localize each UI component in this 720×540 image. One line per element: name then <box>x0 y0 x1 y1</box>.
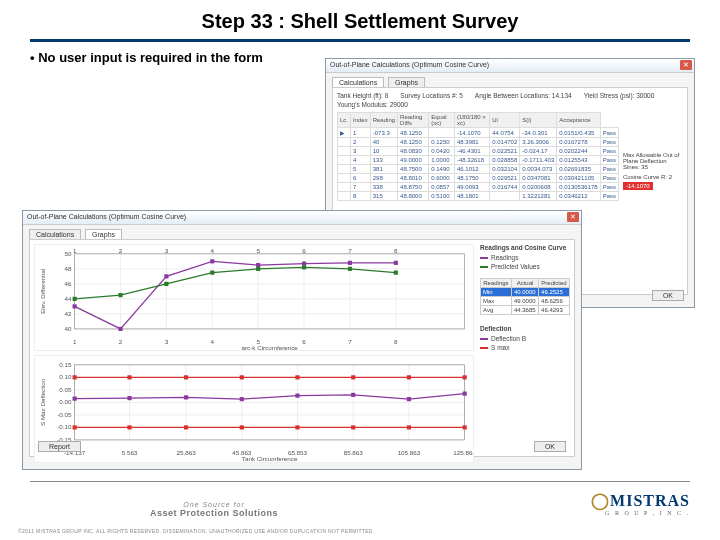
table-cell: Pass <box>600 165 618 174</box>
table-cell: 0.032104 <box>490 165 520 174</box>
svg-rect-100 <box>407 376 411 380</box>
table-cell: 0.0125543 <box>557 156 600 165</box>
table-cell: 0.0347081 <box>520 174 557 183</box>
sum-header: Actual <box>511 279 538 288</box>
table-header: Index <box>351 113 371 128</box>
ok-button[interactable]: OK <box>652 290 684 301</box>
table-cell: 0.0034.073 <box>520 165 557 174</box>
svg-rect-95 <box>127 376 131 380</box>
svg-rect-38 <box>118 327 122 331</box>
svg-rect-101 <box>463 376 467 380</box>
sum-header: Predicted <box>539 279 570 288</box>
table-cell: 381 <box>370 165 397 174</box>
table-cell: 338 <box>370 183 397 192</box>
sum-row[interactable]: Min40.000046.2525 <box>481 288 570 297</box>
table-cell: 0.1250 <box>429 138 455 147</box>
table-row[interactable]: ▶1-073.348.1250-14.107044.0754-34.0.3010… <box>338 128 619 138</box>
table-cell: 44.0754 <box>490 128 520 138</box>
tab-graphs[interactable]: Graphs <box>85 229 122 239</box>
side-warn: -14.1070 <box>623 182 653 190</box>
table-cell: Pass <box>600 147 618 156</box>
svg-rect-107 <box>351 426 355 430</box>
sum-cell: 44.3685 <box>511 306 538 315</box>
table-cell <box>338 192 351 201</box>
svg-rect-90 <box>295 394 299 398</box>
table-cell: 0.0130536178 <box>557 183 600 192</box>
table-cell: -0.024.17 <box>520 147 557 156</box>
table-cell: 48.8010 <box>398 174 429 183</box>
copyright: ©2011 MISTRAS GROUP INC. ALL RIGHTS RESE… <box>18 528 418 534</box>
table-header: Acceptance <box>557 113 600 128</box>
legend-item: S max <box>480 344 570 351</box>
sum-cell: 40.0000 <box>511 288 538 297</box>
table-cell: -34.0.301 <box>520 128 557 138</box>
svg-text:2: 2 <box>119 338 123 345</box>
svg-text:1: 1 <box>73 338 77 345</box>
svg-text:7: 7 <box>348 247 352 254</box>
sum-row[interactable]: Avg44.368546.4293 <box>481 306 570 315</box>
svg-rect-89 <box>240 397 244 401</box>
svg-rect-52 <box>394 271 398 275</box>
dialog-title-text: Out-of-Plane Calculations (Optimum Cosin… <box>330 61 489 68</box>
ok-button[interactable]: OK <box>534 441 566 452</box>
param-modulus: Young's Modulus: 29000 <box>337 101 408 108</box>
dialog-buttons: Report OK <box>38 441 566 452</box>
table-row[interactable]: 31048.08300.0420-46.43010.022521-0.024.1… <box>338 147 619 156</box>
legend-label: Predicted Values <box>491 263 540 270</box>
tab-calculations[interactable]: Calculations <box>29 229 81 239</box>
table-row[interactable]: 413349.00001.0000-48.326180.028858-0.171… <box>338 156 619 165</box>
svg-text:0.10: 0.10 <box>59 374 72 381</box>
param-survey-loc: Survey Locations #: 5 <box>400 92 463 99</box>
svg-text:8: 8 <box>394 247 398 254</box>
table-cell: 0.022521 <box>490 147 520 156</box>
svg-text:48: 48 <box>65 265 72 272</box>
tab-calculations[interactable]: Calculations <box>332 77 384 87</box>
table-cell: Pass <box>600 128 618 138</box>
sum-cell: 46.4293 <box>539 306 570 315</box>
svg-text:1: 1 <box>73 247 77 254</box>
close-icon[interactable]: ✕ <box>680 60 692 70</box>
legend-item: Predicted Values <box>480 263 570 270</box>
table-row[interactable]: 831548.80000.510048.18011.32212810.03462… <box>338 192 619 201</box>
slide-note: • No user input is required in the form <box>30 50 310 67</box>
table-cell: 0.0167278 <box>557 138 600 147</box>
table-row[interactable]: 629848.80100.600048.17500.0295210.034708… <box>338 174 619 183</box>
svg-text:7: 7 <box>348 338 352 345</box>
tagline: One Source for Asset Protection Solution… <box>150 501 278 518</box>
svg-rect-99 <box>351 376 355 380</box>
side-label-1: Max Allowable Out of Plane Deflection Si… <box>623 152 683 170</box>
table-header: (180/180 × xc) <box>454 113 489 128</box>
table-cell: 0.0420 <box>429 147 455 156</box>
table-cell <box>338 147 351 156</box>
svg-text:8: 8 <box>394 338 398 345</box>
svg-rect-49 <box>256 267 260 271</box>
svg-text:6: 6 <box>302 247 306 254</box>
legend-panel: Readings and Cosine Curve Readings Predi… <box>480 244 570 438</box>
slide-title: Step 33 : Shell Settlement Survey <box>0 0 720 39</box>
svg-text:42: 42 <box>65 310 72 317</box>
close-icon[interactable]: ✕ <box>567 212 579 222</box>
svg-rect-45 <box>73 297 77 301</box>
svg-rect-105 <box>240 426 244 430</box>
svg-rect-106 <box>295 426 299 430</box>
svg-rect-48 <box>210 271 214 275</box>
table-row[interactable]: 24048.12500.125048.39810.0147023.26.3006… <box>338 138 619 147</box>
table-row[interactable]: 733848.87500.085749.00930.0167440.020060… <box>338 183 619 192</box>
legend-label: S max <box>491 344 509 351</box>
side-label-2: Cosine Curve R: 2 <box>623 174 683 180</box>
tab-graphs[interactable]: Graphs <box>388 77 425 87</box>
charts-column: 1234567812345678404244464850arc-k Circum… <box>34 244 474 438</box>
title-divider <box>30 39 690 42</box>
table-cell: Pass <box>600 174 618 183</box>
table-row[interactable]: 538148.75000.149046.10120.0321040.0034.0… <box>338 165 619 174</box>
svg-rect-98 <box>295 376 299 380</box>
legend2-title: Deflection <box>480 325 570 332</box>
table-header: Lc. <box>338 113 351 128</box>
sum-row[interactable]: Max49.000048.6256 <box>481 297 570 306</box>
params: Tank Height (ft): 8 Survey Locations #: … <box>337 92 683 108</box>
param-yield: Yield Stress (psi): 30000 <box>584 92 655 99</box>
table-cell: 8 <box>351 192 371 201</box>
report-button[interactable]: Report <box>38 441 81 452</box>
svg-rect-102 <box>73 426 77 430</box>
table-cell: -0.1711.403 <box>520 156 557 165</box>
